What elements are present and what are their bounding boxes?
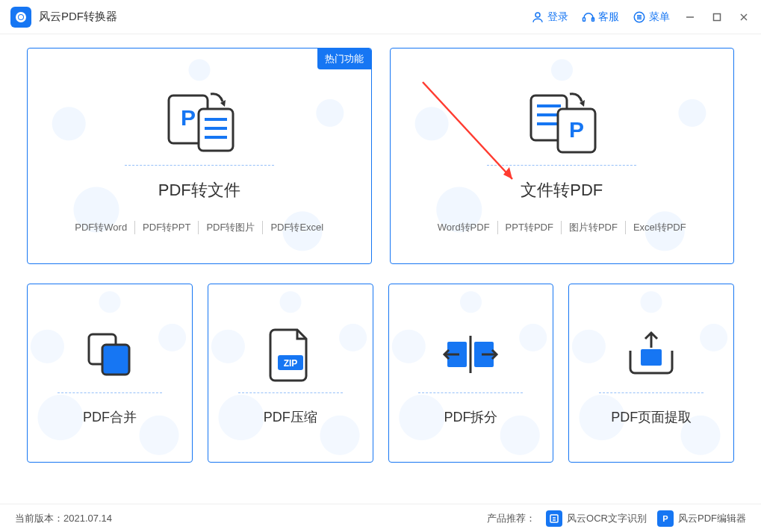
subtype-item[interactable]: Excel转PDF — [625, 221, 694, 234]
support-button[interactable]: 客服 — [582, 10, 619, 24]
menu-label: 菜单 — [649, 10, 670, 24]
extract-icon — [621, 321, 681, 388]
svg-rect-8 — [714, 13, 721, 20]
split-icon — [437, 321, 504, 388]
main-area: 热门功能 P PDF转文件 — [0, 34, 761, 463]
svg-rect-26 — [102, 345, 129, 375]
user-icon — [531, 10, 544, 24]
svg-rect-32 — [641, 349, 662, 366]
compress-icon: ZIP — [264, 321, 317, 388]
recommend-ocr-label: 风云OCR文字识别 — [567, 512, 647, 525]
subtype-item[interactable]: PDF转Word — [67, 221, 134, 234]
svg-point-0 — [535, 13, 540, 17]
card-title: 文件转PDF — [521, 179, 603, 201]
subtype-list: Word转PDF PPT转PDF 图片转PDF Excel转PDF — [430, 221, 694, 234]
subtype-item[interactable]: Word转PDF — [430, 221, 497, 234]
menu-icon — [633, 10, 646, 24]
maximize-button[interactable] — [710, 10, 724, 24]
menu-button[interactable]: 菜单 — [633, 10, 670, 24]
card-title: PDF拆分 — [444, 408, 497, 426]
card-merge[interactable]: PDF合并 — [27, 284, 193, 463]
recommend-label: 产品推荐： — [487, 512, 535, 525]
app-title: 风云PDF转换器 — [39, 10, 117, 24]
version-value: 2021.07.14 — [63, 513, 112, 524]
merge-icon — [80, 321, 140, 388]
subtype-item[interactable]: PDF转图片 — [198, 221, 262, 234]
login-button[interactable]: 登录 — [531, 10, 568, 24]
subtype-item[interactable]: PDF转PPT — [134, 221, 198, 234]
editor-icon: P — [657, 510, 674, 527]
footer: 当前版本： 2021.07.14 产品推荐： 风云OCR文字识别 P 风云PDF… — [0, 504, 761, 532]
titlebar: 风云PDF转换器 登录 客服 菜单 — [0, 0, 761, 34]
card-pdf-to-file[interactable]: 热门功能 P PDF转文件 — [27, 48, 372, 264]
svg-rect-35 — [550, 515, 558, 522]
close-button[interactable] — [737, 10, 751, 24]
file-to-pdf-icon: P — [521, 84, 603, 159]
app-logo — [10, 7, 31, 28]
ocr-icon — [546, 510, 562, 527]
svg-text:P: P — [181, 105, 196, 130]
support-label: 客服 — [598, 10, 619, 24]
recommend-ocr[interactable]: 风云OCR文字识别 — [546, 510, 647, 527]
subtype-list: PDF转Word PDF转PPT PDF转图片 PDF转Excel — [67, 221, 331, 234]
login-label: 登录 — [547, 10, 568, 24]
card-title: PDF压缩 — [264, 408, 317, 426]
subtype-item[interactable]: PDF转Excel — [262, 221, 331, 234]
card-title: PDF合并 — [83, 408, 137, 426]
svg-text:ZIP: ZIP — [283, 358, 297, 369]
version-label: 当前版本： — [15, 512, 63, 525]
card-title: PDF页面提取 — [611, 408, 692, 426]
recommend-editor[interactable]: P 风云PDF编辑器 — [657, 510, 746, 527]
svg-rect-1 — [583, 17, 585, 21]
subtype-item[interactable]: 图片转PDF — [561, 221, 625, 234]
headset-icon — [582, 10, 595, 24]
card-compress[interactable]: ZIP PDF压缩 — [208, 284, 373, 463]
minimize-button[interactable] — [683, 10, 697, 24]
card-extract[interactable]: PDF页面提取 — [568, 284, 734, 463]
pdf-to-file-icon: P — [158, 84, 240, 159]
titlebar-actions: 登录 客服 菜单 — [531, 10, 751, 24]
card-split[interactable]: PDF拆分 — [388, 284, 554, 463]
card-file-to-pdf[interactable]: P 文件转PDF Word转PDF PPT转PDF 图片转PDF Excel转P… — [390, 48, 735, 264]
svg-text:P: P — [569, 117, 584, 142]
recommend-editor-label: 风云PDF编辑器 — [678, 512, 746, 525]
subtype-item[interactable]: PPT转PDF — [497, 221, 561, 234]
card-title: PDF转文件 — [158, 179, 240, 201]
